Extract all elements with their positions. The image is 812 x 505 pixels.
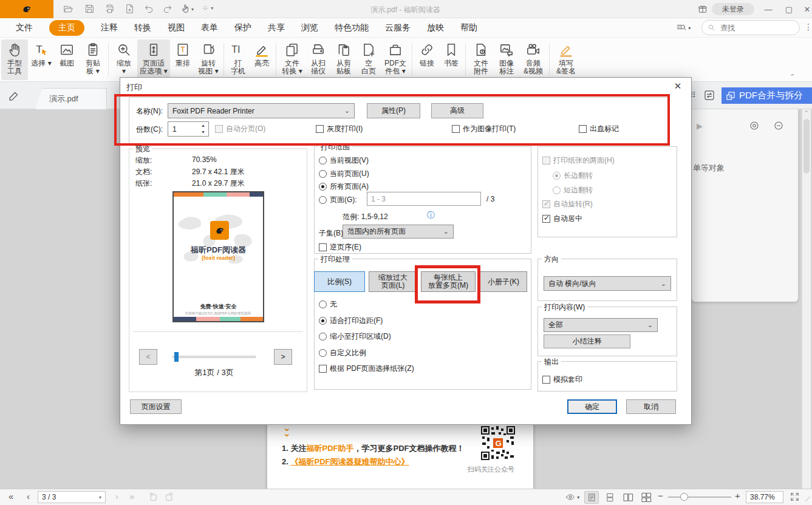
snapshot-button[interactable]: 截图 [55,39,79,80]
page-fit-button[interactable]: 页面适 应选项 ▾ [137,39,170,80]
summarize-comments-button[interactable]: 小结注释 [544,334,630,348]
audio-video-button[interactable]: 音频 &视频 [520,39,547,80]
document-tab[interactable]: 演示.pdf [35,88,107,109]
link-button[interactable]: 链接 [415,39,438,80]
tab-booklet[interactable]: 小册子(K) [480,271,527,292]
blank-page-button[interactable]: 空 白页 [357,39,380,80]
dialog-close-icon[interactable]: ✕ [672,81,684,92]
fill-sign-button[interactable]: 填写 &签名 [553,39,579,80]
undo-icon[interactable] [143,3,155,17]
clipboard-button[interactable]: 剪贴 板 ▾ [80,39,106,80]
zoom-out-icon[interactable]: − [658,490,663,501]
facing-continuous-view-icon[interactable] [639,491,653,504]
radio-long-edge[interactable]: 长边翻转 [553,171,593,181]
zoom-tool-button[interactable]: 缩放 ▾ [112,39,136,80]
page-number-box[interactable]: 3 / 3 ▾ [38,491,106,503]
choose-paper-checkbox[interactable]: 根据 PDF页面选择纸张(Z) [319,364,414,374]
orientation-dropdown[interactable]: 自动 横向/纵向⌄ [544,276,671,291]
radio-all-pages[interactable]: 所有页面(A) [319,181,369,192]
more-options-icon[interactable]: ⋮ [804,22,812,32]
auto-rotate-checkbox[interactable]: 自动旋转(R) [542,199,593,209]
collapse-ribbon-icon[interactable]: ⌃ [790,73,795,81]
bookmark-button[interactable]: 书签 [440,39,463,80]
last-page-icon[interactable]: » [129,491,134,501]
prev-page-icon[interactable]: ‹ [27,491,30,501]
both-sides-checkbox[interactable]: 打印纸张的两面(H) [542,155,615,166]
advanced-search-icon[interactable]: ▾ [676,22,691,36]
highlight-button[interactable]: 高亮 [250,39,273,80]
promo2-link[interactable]: 《福昕PDF阅读器疑难帮助中心》 [290,457,409,466]
preview-prev-button[interactable]: < [139,349,157,365]
vertical-scrollbar[interactable]: ⌃ [802,109,811,489]
preview-slider-handle[interactable] [174,352,179,362]
redo-icon[interactable] [162,3,173,17]
zoom-slider-handle[interactable] [680,493,688,501]
maximize-button[interactable]: ▢ [782,2,796,16]
menu-features[interactable]: 特色功能 [335,22,369,33]
next-page-icon[interactable]: › [115,491,118,501]
rotate-left-icon[interactable] [148,492,159,505]
menu-home[interactable]: 主页 [49,20,84,36]
typewriter-button[interactable]: TI打 字机 [227,39,249,80]
menu-help[interactable]: 帮助 [460,22,477,33]
gift-icon[interactable] [697,4,708,17]
pdf-merge-split-badge[interactable]: PDF合并与拆分 [722,87,812,104]
print-icon[interactable] [104,3,115,17]
hand-pointer-icon[interactable]: ▾ [180,3,194,17]
page-setup-button[interactable]: 页面设置 [130,399,182,414]
rotate-right-icon[interactable] [164,492,175,505]
facing-view-icon[interactable] [621,491,635,504]
from-scanner-button[interactable]: 从扫 描仪 [306,39,330,80]
zoom-level-box[interactable]: 38.77% [746,491,783,503]
resize-grip[interactable]: ⟋ [805,495,810,503]
reverse-pages-checkbox[interactable]: 逆页序(E) [319,242,361,252]
play-icon[interactable]: ▶ [697,121,703,130]
menu-share[interactable]: 共享 [268,22,285,33]
edit-pencil-icon[interactable] [7,89,21,105]
preview-next-button[interactable]: > [274,349,292,365]
print-content-dropdown[interactable]: 全部⌄ [544,318,658,332]
page-dropdown-icon[interactable]: ▾ [99,495,101,500]
save-icon[interactable] [84,3,95,17]
info-icon[interactable]: ⓘ [427,210,435,221]
pages-range-input[interactable] [367,192,481,206]
menu-file[interactable]: 文件 [16,22,33,33]
preview-page-slider[interactable] [172,356,256,358]
continuous-view-icon[interactable] [602,491,617,504]
customize-toolbar-icon[interactable]: ⁘ ▾ [202,4,214,13]
menu-view[interactable]: 视图 [168,22,185,33]
menu-protect[interactable]: 保护 [234,22,251,33]
collapse-panel-icon[interactable] [773,120,784,134]
menu-browse[interactable]: 浏览 [301,22,318,33]
scroll-up-icon[interactable]: ⌃ [804,110,809,116]
cancel-button[interactable]: 取消 [626,399,676,414]
menu-slideshow[interactable]: 放映 [427,22,444,33]
menu-cloud[interactable]: 云服务 [385,22,411,33]
tab-fit-oversize[interactable]: 缩放过大 页面(L) [369,271,417,292]
subset-dropdown[interactable]: 范围内的所有页面⌄ [343,225,454,239]
simulate-overprint-checkbox[interactable]: 模拟套印 [542,375,582,385]
radio-fit-margins[interactable]: 适合打印边距(F) [319,316,383,326]
zoom-slider-track[interactable] [668,497,731,498]
file-attachment-button[interactable]: 文件 附件 [469,39,493,80]
radio-shrink-area[interactable]: 缩小至打印区域(D) [319,331,391,342]
menu-form[interactable]: 表单 [201,22,218,33]
tab-scale[interactable]: 比例(S) [314,271,365,292]
target-icon[interactable] [749,120,760,134]
convert-file-button[interactable]: 文件 转换 ▾ [279,39,305,80]
zoom-in-icon[interactable]: + [735,490,740,501]
new-document-icon[interactable] [124,3,135,17]
auto-center-checkbox[interactable]: 自动居中 [542,214,582,224]
from-clipboard-button[interactable]: 从剪 贴板 [332,39,356,80]
foxit-logo[interactable] [0,0,53,18]
search-box[interactable] [701,20,800,35]
scrollbar-thumb[interactable] [803,119,810,174]
minimize-button[interactable]: — [762,2,775,16]
radio-pages[interactable]: 页面(G): [319,195,357,205]
radio-custom-scale[interactable]: 自定义比例 [319,348,366,358]
radio-scale-none[interactable]: 无 [319,299,337,310]
fullscreen-icon[interactable] [790,492,800,504]
menu-convert[interactable]: 转换 [134,22,151,33]
open-file-icon[interactable] [63,3,74,17]
image-annotation-button[interactable]: 图像 标注 [494,39,519,80]
